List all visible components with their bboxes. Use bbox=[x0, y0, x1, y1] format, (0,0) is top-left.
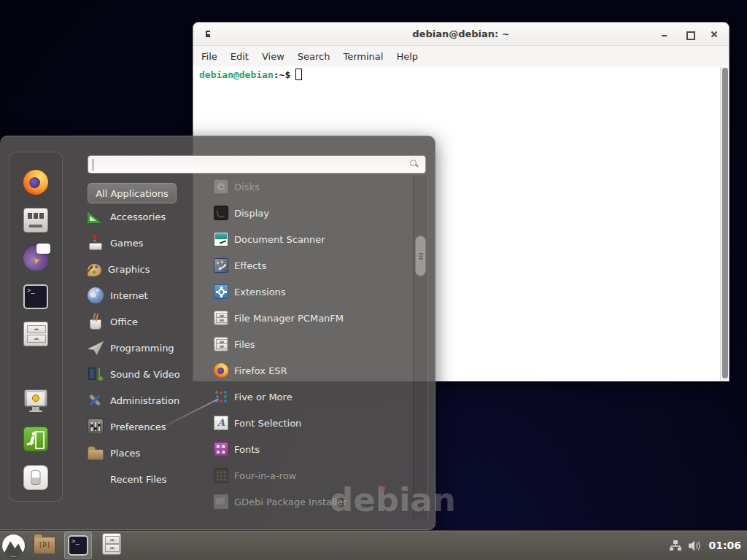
search-icon bbox=[410, 160, 417, 166]
file-cabinet-icon bbox=[102, 533, 121, 555]
file-cabinet-launcher[interactable] bbox=[102, 533, 121, 558]
file-cabinet-icon bbox=[214, 311, 228, 325]
category-graphics[interactable]: Graphics bbox=[88, 256, 197, 282]
logout-button[interactable] bbox=[22, 425, 50, 453]
lock-screen-button[interactable] bbox=[22, 384, 50, 412]
category-games[interactable]: Games bbox=[88, 230, 197, 256]
favorite-terminal[interactable] bbox=[22, 283, 50, 311]
app-gdebi-package-installer[interactable]: GDebi Package Installer bbox=[204, 489, 403, 515]
maximize-icon[interactable] bbox=[685, 30, 694, 39]
application-menu: All Applications Accessories Games Graph… bbox=[0, 136, 436, 530]
app-font-selection[interactable]: Font Selection bbox=[204, 410, 403, 436]
favorites-sidebar bbox=[9, 152, 63, 502]
accessories-icon bbox=[88, 209, 104, 225]
close-icon[interactable] bbox=[710, 30, 719, 39]
network-icon[interactable] bbox=[670, 540, 681, 551]
terminal-titlebar[interactable]: debian@debian: ~ bbox=[193, 23, 729, 46]
fonts-icon bbox=[214, 442, 228, 456]
app-four-in-a-row[interactable]: Four-in-a-row bbox=[204, 462, 403, 489]
display-icon bbox=[214, 206, 228, 220]
app-five-or-more[interactable]: Five or More bbox=[204, 384, 403, 410]
app-document-scanner[interactable]: Document Scanner bbox=[204, 226, 403, 252]
file-cabinet-icon bbox=[214, 337, 228, 351]
menu-button[interactable] bbox=[2, 534, 25, 557]
shutdown-button[interactable] bbox=[22, 464, 50, 491]
package-icon bbox=[214, 494, 228, 509]
menu-help[interactable]: Help bbox=[390, 48, 425, 65]
shell-prompt: debian@debian:~$ bbox=[199, 69, 302, 80]
keyboard-icon bbox=[23, 208, 48, 233]
extensions-icon bbox=[214, 284, 228, 299]
category-programming[interactable]: Programming bbox=[88, 335, 197, 361]
terminal-title: debian@debian: ~ bbox=[193, 28, 729, 39]
preferences-icon bbox=[88, 419, 104, 435]
disks-icon bbox=[214, 179, 228, 194]
terminal-scrollbar[interactable] bbox=[720, 67, 728, 381]
search-input[interactable] bbox=[88, 155, 426, 174]
graphics-icon bbox=[88, 264, 101, 276]
window-controls bbox=[660, 23, 719, 46]
administration-icon bbox=[88, 392, 104, 408]
file-manager-launcher[interactable] bbox=[34, 537, 55, 554]
menu-file[interactable]: File bbox=[195, 48, 224, 65]
document-scanner-icon bbox=[214, 232, 228, 246]
menu-terminal[interactable]: Terminal bbox=[336, 48, 390, 65]
pidgin-icon bbox=[23, 246, 48, 271]
favorite-file-manager[interactable] bbox=[22, 320, 50, 348]
app-disks[interactable]: Disks bbox=[204, 174, 403, 200]
menu-search[interactable]: Search bbox=[291, 48, 337, 65]
minimize-icon[interactable] bbox=[660, 30, 669, 39]
app-firefox-esr[interactable]: Firefox ESR bbox=[204, 357, 403, 384]
taskbar-launchers bbox=[0, 532, 121, 559]
category-sound-video[interactable]: Sound & Video bbox=[88, 361, 197, 387]
category-office[interactable]: Office bbox=[88, 308, 197, 335]
app-extensions[interactable]: Extensions bbox=[204, 279, 403, 305]
app-effects[interactable]: Effects bbox=[204, 252, 403, 279]
prompt-user: debian@debian bbox=[199, 69, 274, 80]
terminal-icon bbox=[23, 284, 48, 309]
terminal-icon bbox=[68, 535, 88, 556]
app-fonts[interactable]: Fonts bbox=[204, 436, 403, 462]
menu-edit[interactable]: Edit bbox=[224, 48, 255, 65]
category-administration[interactable]: Administration bbox=[88, 387, 197, 413]
favorite-keyboard-app[interactable] bbox=[22, 206, 50, 234]
app-files[interactable]: Files bbox=[204, 331, 403, 357]
firefox-icon bbox=[214, 363, 228, 378]
app-display[interactable]: Display bbox=[204, 200, 403, 226]
dot-grid-icon bbox=[214, 468, 228, 483]
menu-scrollbar-thumb[interactable] bbox=[415, 236, 426, 276]
firefox-icon bbox=[23, 170, 48, 195]
logout-icon bbox=[23, 427, 48, 451]
programming-icon bbox=[88, 340, 104, 356]
font-a-icon bbox=[214, 416, 228, 430]
prompt-suffix: :~$ bbox=[274, 69, 290, 80]
terminal-cursor bbox=[295, 69, 302, 80]
menu-view[interactable]: View bbox=[255, 48, 291, 65]
category-internet[interactable]: Internet bbox=[88, 282, 197, 308]
menu-scrollbar[interactable] bbox=[413, 176, 428, 518]
application-list: Disks Display Document Scanner Effects E… bbox=[204, 174, 403, 515]
terminal-scrollbar-thumb[interactable] bbox=[722, 68, 728, 378]
desktop: { "desktop": { "watermark": "debian" }, … bbox=[0, 0, 747, 560]
lock-screen-icon bbox=[24, 389, 47, 407]
terminal-menubar: File Edit View Search Terminal Help bbox=[193, 46, 729, 66]
all-applications-label: All Applications bbox=[96, 188, 169, 199]
system-tray: 01:06 bbox=[670, 540, 747, 551]
category-recent-files[interactable]: Recent Files bbox=[88, 466, 197, 492]
category-accessories[interactable]: Accessories bbox=[88, 203, 197, 230]
app-file-manager-pcmanfm[interactable]: File Manager PCManFM bbox=[204, 305, 403, 331]
shutdown-icon bbox=[23, 465, 48, 490]
office-icon bbox=[88, 314, 104, 330]
favorite-firefox[interactable] bbox=[22, 168, 50, 196]
category-places[interactable]: Places bbox=[88, 440, 197, 466]
clock[interactable]: 01:06 bbox=[708, 540, 741, 551]
favorite-pidgin[interactable] bbox=[22, 244, 50, 272]
terminal-taskbar-button[interactable] bbox=[64, 532, 92, 559]
file-cabinet-icon bbox=[23, 322, 48, 346]
all-applications-button[interactable]: All Applications bbox=[88, 183, 177, 203]
colored-dots-icon bbox=[214, 389, 228, 404]
category-list: Accessories Games Graphics Internet Offi… bbox=[88, 203, 197, 492]
sound-video-icon bbox=[88, 366, 104, 382]
volume-icon[interactable] bbox=[689, 540, 701, 551]
internet-icon bbox=[88, 287, 104, 303]
